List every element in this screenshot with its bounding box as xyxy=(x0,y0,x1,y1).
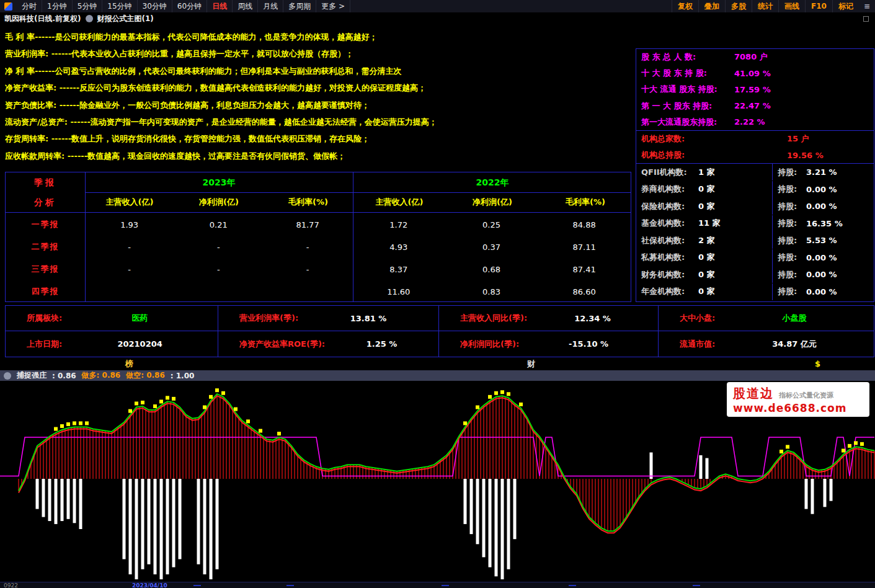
period-day[interactable]: 日线 xyxy=(207,0,233,12)
desc-line: 存货周转率: ------数值上升，说明存货消化很快，存货管控能力强，数值低代表… xyxy=(5,130,633,147)
tool-f10[interactable]: F10 xyxy=(805,0,832,12)
title-bar: 凯因科技(日线.前复权) 财报公式主图(1) xyxy=(0,12,875,25)
stock-title: 凯因科技(日线.前复权) xyxy=(4,14,81,24)
institution-row: 财务机构数:0 家持股:0.00 % xyxy=(636,266,874,283)
holder-row: 十大 流通 股东 持股:17.59 % xyxy=(636,84,874,95)
col-header: 毛利率(%) xyxy=(264,192,353,212)
period-60min[interactable]: 60分钟 xyxy=(172,0,207,12)
period-month[interactable]: 月线 xyxy=(258,0,283,12)
tool-multi-stock[interactable]: 多股 xyxy=(725,0,752,12)
institution-row: QFII机构数:1 家持股:3.21 % xyxy=(636,164,874,180)
institution-row: 社保机构数:2 家持股:5.53 % xyxy=(636,232,874,249)
holder-row: 股 东 总 人 数:7080 户 xyxy=(636,51,874,63)
tool-overlay[interactable]: 叠加 xyxy=(698,0,725,12)
toolbar-right-group: 复权 叠加 多股 统计 画线 F10 标记 ≡ xyxy=(672,0,875,12)
holder-row: 机构总持股:19.56 % xyxy=(636,149,874,161)
axis-tick xyxy=(286,585,294,586)
watermark-url: www.de6688.com xyxy=(733,402,863,414)
tool-drawline[interactable]: 画线 xyxy=(778,0,805,12)
info-cell: 所属板块:医药 xyxy=(6,306,218,331)
indicator-descriptions: 毛 利 率------是公司获利能力的最基本指标，代表公司降低成本的能力，也是竞… xyxy=(5,29,633,164)
axis-tick xyxy=(569,585,576,586)
table-divider xyxy=(6,212,631,213)
institution-row: 私募机构数:0 家持股:0.00 % xyxy=(636,249,874,266)
axis-tick xyxy=(193,585,201,586)
info-cell: 主营收入同比(季):12.34 % xyxy=(439,306,659,331)
subchart-long-value: 做多: 0.86 xyxy=(82,370,121,381)
shareholder-panel: 股 东 总 人 数:7080 户 十 大 股 东 持 股:41.09 % 十大 … xyxy=(636,48,874,302)
table-row: 一季报1.930.2181.771.720.2584.88 xyxy=(6,213,631,236)
info-cell: 流通市值:34.87 亿元 xyxy=(659,331,874,357)
desc-line: 净资产收益率: ------反应公司为股东创造获利的能力，数值越高代表创造获利的… xyxy=(5,79,633,96)
table-row: 三季报---8.370.6887.41 xyxy=(6,258,631,280)
status-bar: 0922 2023/04/10 xyxy=(0,582,875,588)
period-more[interactable]: 更多 > xyxy=(316,0,350,12)
table-corner-bottom: 分析 xyxy=(6,192,85,212)
desc-line: 应收帐款周转率: ------数值越高，现金回收的速度越快，过高要注是否有伙同假… xyxy=(5,148,633,164)
period-multi[interactable]: 多周期 xyxy=(283,0,316,12)
institution-row: 基金机构数:11 家持股:16.35 % xyxy=(636,215,874,232)
tool-stats[interactable]: 统计 xyxy=(752,0,778,12)
period-1min[interactable]: 1分钟 xyxy=(42,0,73,12)
tool-fuquan[interactable]: 复权 xyxy=(672,0,698,12)
subchart-header: 捕捉强庄 : 0.86 做多: 0.86 做空: 0.86 : 1.00 xyxy=(0,370,875,381)
table-row: 二季报---4.930.3787.11 xyxy=(6,236,631,258)
table-corner-top: 季报 xyxy=(6,172,85,192)
watermark: 股道边 指标公式量化资源 www.de6688.com xyxy=(727,382,869,417)
col-header: 主营收入(亿) xyxy=(353,192,446,212)
status-left-code: 0922 xyxy=(4,583,18,588)
period-30min[interactable]: 30分钟 xyxy=(138,0,172,12)
watermark-tagline: 指标公式量化资源 xyxy=(779,391,833,400)
holder-row: 机构总家数:15 户 xyxy=(636,133,874,145)
institution-row: 年金机构数:0 家持股:0.00 % xyxy=(636,283,874,300)
info-cell: 净资产收益率ROE(季):1.25 % xyxy=(218,331,439,357)
shortcut-dollar[interactable]: $ xyxy=(815,359,820,369)
col-header: 净利润(亿) xyxy=(446,192,539,212)
axis-tick xyxy=(442,585,449,586)
holder-row: 第 一 大 股东 持股:22.47 % xyxy=(636,100,874,112)
table-row: 四季报11.600.8386.60 xyxy=(6,280,631,303)
institution-detail: QFII机构数:1 家持股:3.21 % 券商机构数:0 家持股:0.00 % … xyxy=(636,164,874,300)
col-header: 净利润(亿) xyxy=(174,192,264,212)
subchart-ratio: : 1.00 xyxy=(171,372,195,380)
info-cell: 净利润同比(季):-15.10 % xyxy=(439,331,659,357)
shareholder-summary: 股 东 总 人 数:7080 户 十 大 股 东 持 股:41.09 % 十大 … xyxy=(636,49,874,131)
holder-row: 十 大 股 东 持 股:41.09 % xyxy=(636,68,874,79)
subchart-indicator-name: 捕捉强庄 xyxy=(17,370,47,381)
subchart-value: : 0.86 xyxy=(52,372,76,380)
more-icon[interactable]: ≡ xyxy=(859,2,875,11)
info-cell: 营业利润率(季):13.81 % xyxy=(218,306,439,331)
period-15min[interactable]: 15分钟 xyxy=(102,0,137,12)
shortcut-bang[interactable]: 榜 xyxy=(125,359,133,369)
info-cell: 大中小盘:小盘股 xyxy=(659,306,874,331)
period-fenshi[interactable]: 分时 xyxy=(17,0,42,12)
top-toolbar: 分时 1分钟 5分钟 15分钟 30分钟 60分钟 日线 周线 月线 多周期 更… xyxy=(0,0,875,12)
institution-row: 保险机构数:0 家持股:0.00 % xyxy=(636,198,874,215)
subchart-icon[interactable] xyxy=(4,372,11,380)
desc-line: 营业利润率: ------代表本业收入占获利的比重，越高且保持一定水平，就可以放… xyxy=(5,45,633,62)
subchart-short-value: 做空: 0.86 xyxy=(126,370,165,381)
shortcut-cai[interactable]: 财 xyxy=(527,359,535,369)
app-icon[interactable] xyxy=(4,2,12,11)
expand-icon[interactable] xyxy=(863,16,869,22)
axis-tick xyxy=(693,585,700,586)
year-header-2023: 2023年 xyxy=(85,172,353,192)
period-5min[interactable]: 5分钟 xyxy=(73,0,103,12)
desc-line: 流动资产/总资产: ------流动资产指一年内可变现的资产，是企业经营的能量，… xyxy=(5,114,633,130)
tool-mark[interactable]: 标记 xyxy=(832,0,859,12)
desc-line: 毛 利 率------是公司获利能力的最基本指标，代表公司降低成本的能力，也是竞… xyxy=(5,29,633,45)
status-date[interactable]: 2023/04/10 xyxy=(132,583,167,588)
period-week[interactable]: 周线 xyxy=(233,0,258,12)
watermark-brand: 股道边 xyxy=(733,385,774,402)
indicator-icon[interactable] xyxy=(86,15,93,22)
desc-line: 净 利 率------公司盈亏占营收的比例，代表公司最终获利的能力；但净利是本业… xyxy=(5,63,633,79)
info-cell: 上市日期:20210204 xyxy=(6,331,218,357)
col-header: 主营收入(亿) xyxy=(85,192,174,212)
fundamental-info-grid: 所属板块:医药 营业利润率(季):13.81 % 主营收入同比(季):12.34… xyxy=(5,305,874,357)
col-header: 毛利率(%) xyxy=(539,192,632,212)
holder-row: 第一大流通股东持股:2.22 % xyxy=(636,117,874,128)
quarterly-report-table: 季报 分析 2023年 2022年 主营收入(亿) 净利润(亿) 毛利率(%) … xyxy=(5,172,631,302)
institution-row: 券商机构数:0 家持股:0.00 % xyxy=(636,181,874,198)
institution-summary: 机构总家数:15 户 机构总持股:19.56 % xyxy=(636,131,874,164)
main-indicator-title: 财报公式主图(1) xyxy=(97,14,154,24)
